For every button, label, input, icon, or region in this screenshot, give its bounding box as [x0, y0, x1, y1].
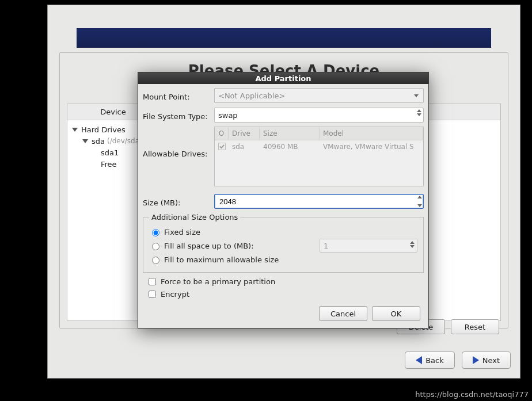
spin-down-icon[interactable] — [417, 204, 422, 207]
reset-button[interactable]: Reset — [451, 319, 499, 334]
arrow-left-icon — [416, 356, 422, 364]
wizard-nav: Back Next — [405, 352, 511, 369]
next-button[interactable]: Next — [462, 352, 511, 369]
additional-size-options: Additional Size Options Fixed size Fill … — [143, 213, 424, 273]
triangle-down-icon — [82, 139, 88, 143]
row-allowable-drives: Allowable Drives: O Drive Size Model — [143, 127, 424, 190]
mount-point-value: <Not Applicable> — [218, 91, 285, 100]
mount-point-combo: <Not Applicable> — [214, 88, 424, 103]
tree-label: Free — [101, 160, 117, 169]
radio-fillup[interactable] — [152, 243, 159, 250]
spin-buttons[interactable] — [417, 196, 422, 207]
label-fs-type: File System Type: — [143, 110, 214, 121]
size-spinbox[interactable] — [214, 194, 424, 209]
check-encrypt-row[interactable]: Encrypt — [146, 289, 424, 300]
radio-fillmax-label: Fill to maximum allowable size — [164, 255, 279, 264]
drive-check-icon — [218, 143, 226, 150]
drive-row-model: VMware, VMware Virtual S — [320, 140, 423, 153]
check-encrypt-label: Encrypt — [161, 290, 189, 299]
label-size: Size (MB): — [143, 196, 214, 207]
radio-fixed-row[interactable]: Fixed size — [149, 227, 417, 236]
drive-col-model: Model — [320, 127, 423, 140]
drive-row-size: 40960 MB — [260, 140, 320, 153]
chevron-down-icon — [412, 91, 421, 100]
radio-fillup-row[interactable]: Fill all space up to (MB): 1 — [149, 239, 417, 253]
triangle-down-icon — [72, 128, 78, 132]
tree-label: Hard Drives — [81, 125, 126, 134]
top-banner — [77, 28, 491, 48]
drive-col-size: Size — [260, 127, 320, 140]
row-mount-point: Mount Point: <Not Applicable> — [143, 87, 424, 104]
check-force-primary[interactable] — [149, 278, 156, 285]
fillup-value: 1 — [324, 242, 328, 250]
spin-up-icon[interactable] — [417, 196, 422, 198]
additional-legend: Additional Size Options — [149, 213, 240, 221]
allowable-drives-list[interactable]: O Drive Size Model sda — [214, 127, 424, 186]
drive-row[interactable]: sda 40960 MB VMware, VMware Virtual S — [215, 140, 423, 153]
ok-button[interactable]: OK — [372, 306, 420, 321]
row-fs-type: File System Type: swap — [143, 107, 424, 123]
drive-row-name: sda — [229, 140, 260, 153]
spinner-icon — [410, 241, 415, 248]
fillup-spinbox: 1 — [320, 239, 417, 253]
drive-header: O Drive Size Model — [215, 127, 423, 140]
dialog-title: Add Partition — [138, 72, 428, 84]
row-size: Size (MB): — [143, 193, 424, 209]
back-label: Back — [425, 356, 444, 365]
check-force-primary-label: Force to be a primary partition — [161, 277, 275, 286]
back-button[interactable]: Back — [405, 352, 455, 369]
check-force-primary-row[interactable]: Force to be a primary partition — [146, 276, 424, 287]
radio-fillup-label: Fill all space up to (MB): — [164, 242, 254, 250]
dialog-body: Mount Point: <Not Applicable> File Syste… — [138, 84, 428, 328]
spinner-icon[interactable] — [417, 109, 421, 116]
watermark: https://blog.csdn.net/taoqi777 — [415, 390, 529, 399]
radio-fixed[interactable] — [152, 229, 159, 236]
arrow-right-icon — [473, 356, 479, 364]
check-encrypt[interactable] — [149, 291, 156, 298]
radio-fixed-label: Fixed size — [164, 228, 200, 236]
label-mount-point: Mount Point: — [143, 90, 214, 101]
dialog-buttons: Cancel OK — [143, 301, 424, 327]
tree-label-path: (/dev/sda) — [107, 137, 142, 145]
label-allowable: Allowable Drives: — [143, 127, 214, 158]
fs-type-combo[interactable]: swap — [214, 108, 424, 123]
tree-label: sda1 — [101, 148, 119, 157]
screen: Please Select A Device Device Hard Drive… — [0, 0, 532, 401]
cancel-button[interactable]: Cancel — [319, 306, 367, 321]
drive-col-drive: Drive — [229, 127, 260, 140]
drive-col-check: O — [215, 127, 229, 140]
radio-fillmax[interactable] — [152, 257, 159, 264]
size-input[interactable] — [218, 197, 411, 207]
tree-label: sda — [92, 137, 105, 146]
fs-type-value: swap — [218, 111, 238, 120]
add-partition-dialog: Add Partition Mount Point: <Not Applicab… — [138, 72, 429, 329]
next-label: Next — [482, 356, 500, 365]
radio-fillmax-row[interactable]: Fill to maximum allowable size — [149, 255, 417, 264]
